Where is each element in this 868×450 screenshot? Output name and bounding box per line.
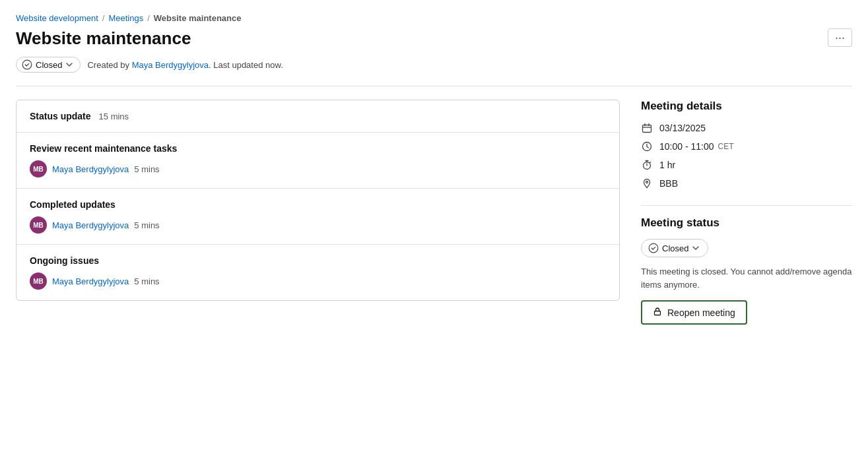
agenda-item-2-title-text: Review recent maintenance tasks <box>30 143 606 154</box>
agenda-item-4-meta: MB Maya Berdygylyjova 5 mins <box>30 273 606 290</box>
svg-rect-6 <box>655 311 661 315</box>
page-header: Website maintenance ··· <box>16 28 852 49</box>
agenda-item-4-mins: 5 mins <box>134 276 159 286</box>
time-tz: CET <box>718 142 734 151</box>
meeting-details-section: Meeting details 03/13/2025 <box>641 100 852 189</box>
check-circle-icon <box>22 59 32 70</box>
page-title: Website maintenance <box>16 28 191 49</box>
meeting-status-section: Meeting status Closed This meeting is cl… <box>641 216 852 325</box>
meeting-status-badge-button[interactable]: Closed <box>641 239 708 257</box>
meeting-duration: 1 hr <box>659 160 675 170</box>
author-link-3[interactable]: Maya Berdygylyjova <box>52 276 129 286</box>
meeting-status-title: Meeting status <box>641 216 852 230</box>
agenda-item-3-meta: MB Maya Berdygylyjova 5 mins <box>30 216 606 234</box>
avatar-mb-2: MB <box>30 216 47 234</box>
reopen-meeting-button[interactable]: Reopen meeting <box>641 300 747 325</box>
closed-notice: This meeting is closed. You cannot add/r… <box>641 265 852 291</box>
status-label: Closed <box>36 60 62 70</box>
lock-icon <box>653 307 662 318</box>
svg-point-5 <box>649 243 658 253</box>
sidebar: Meeting details 03/13/2025 <box>641 100 852 340</box>
svg-point-0 <box>22 60 32 69</box>
reopen-label: Reopen meeting <box>667 307 735 318</box>
author-link-2[interactable]: Maya Berdygylyjova <box>52 220 129 230</box>
calendar-icon <box>641 122 653 134</box>
meeting-status-label: Closed <box>662 243 688 253</box>
breadcrumb-sep-1: / <box>102 13 105 23</box>
agenda-section: Status update 15 mins Review recent main… <box>16 100 620 301</box>
breadcrumb: Website development / Meetings / Website… <box>16 13 852 23</box>
agenda-item-status-update: Status update 15 mins <box>17 100 619 133</box>
agenda-item-review: Review recent maintenance tasks MB Maya … <box>17 133 619 189</box>
agenda-item-3-title-text: Completed updates <box>30 199 606 210</box>
svg-point-4 <box>646 181 648 183</box>
stopwatch-icon <box>641 159 653 171</box>
meeting-location: BBB <box>659 178 678 189</box>
status-chevron-down-icon <box>692 244 700 252</box>
header-divider <box>16 86 852 86</box>
agenda-item-title: Status update 15 mins <box>30 111 606 121</box>
more-options-button[interactable]: ··· <box>828 28 852 47</box>
author-link[interactable]: Maya Berdygylyjova <box>132 60 209 70</box>
svg-rect-1 <box>643 125 651 133</box>
agenda-item-1-duration: 15 mins <box>99 112 129 121</box>
agenda-item-completed: Completed updates MB Maya Berdygylyjova … <box>17 189 619 245</box>
breadcrumb-current: Website maintenance <box>154 13 242 23</box>
detail-row-duration: 1 hr <box>641 159 852 171</box>
author-link-1[interactable]: Maya Berdygylyjova <box>52 164 129 174</box>
status-row: Closed Created by Maya Berdygylyjova. La… <box>16 57 852 73</box>
detail-row-time: 10:00 - 11:00 CET <box>641 141 852 152</box>
agenda-item-2-mins: 5 mins <box>134 164 159 174</box>
location-icon <box>641 177 653 189</box>
breadcrumb-sep-2: / <box>147 13 150 23</box>
avatar-mb-1: MB <box>30 160 47 177</box>
time-range: 10:00 - 11:00 <box>659 141 714 152</box>
status-badge-button[interactable]: Closed <box>16 57 81 73</box>
agenda-item-4-title-text: Ongoing issues <box>30 255 606 266</box>
avatar-mb-3: MB <box>30 273 47 290</box>
created-by-text: Created by Maya Berdygylyjova. Last upda… <box>87 60 283 70</box>
agenda-item-2-meta: MB Maya Berdygylyjova 5 mins <box>30 160 606 177</box>
agenda-item-ongoing: Ongoing issues MB Maya Berdygylyjova 5 m… <box>17 245 619 300</box>
agenda-item-1-title: Status update <box>30 111 91 121</box>
chevron-down-icon <box>65 61 73 69</box>
breadcrumb-meetings[interactable]: Meetings <box>108 13 143 23</box>
detail-row-location: BBB <box>641 177 852 189</box>
detail-row-date: 03/13/2025 <box>641 122 852 134</box>
main-layout: Status update 15 mins Review recent main… <box>16 100 852 340</box>
clock-icon <box>641 141 653 152</box>
meeting-date: 03/13/2025 <box>659 123 706 133</box>
breadcrumb-website-dev[interactable]: Website development <box>16 13 98 23</box>
meeting-time: 10:00 - 11:00 CET <box>659 141 734 152</box>
status-check-icon <box>648 243 659 253</box>
meeting-details-title: Meeting details <box>641 100 852 113</box>
agenda-item-3-mins: 5 mins <box>134 220 159 230</box>
sidebar-divider <box>641 205 852 206</box>
